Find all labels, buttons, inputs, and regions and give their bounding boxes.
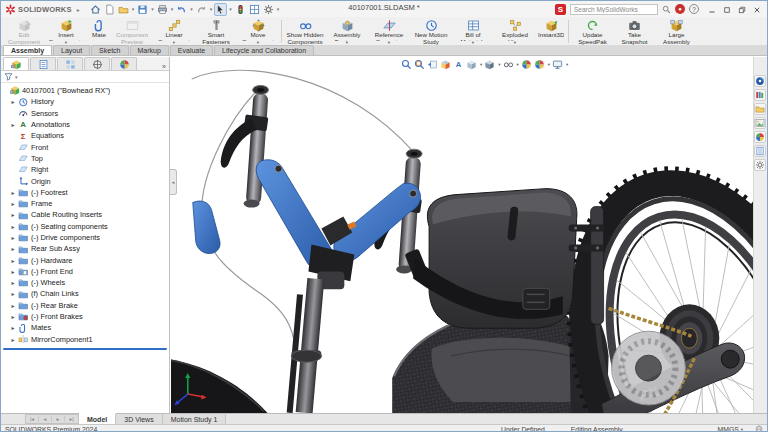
caret-icon[interactable]: ▾ xyxy=(566,62,568,67)
tree-item-f-chain-links[interactable]: ▸(f) Chain Links xyxy=(1,288,169,299)
file-explorer-icon[interactable] xyxy=(754,103,766,115)
tab-sketch[interactable]: Sketch xyxy=(91,45,128,55)
zoom-fit-icon[interactable] xyxy=(401,59,412,70)
caret-icon[interactable]: ▾ xyxy=(190,6,193,12)
detach-button[interactable] xyxy=(738,0,746,18)
tree-item-cable-routing-inserts[interactable]: ▸Cable Routing Inserts xyxy=(1,209,169,220)
tree-item-top[interactable]: Top xyxy=(1,153,169,164)
mate-button[interactable]: Mate xyxy=(87,18,111,45)
expand-arrow-icon[interactable]: ▸ xyxy=(9,336,17,343)
tree-item-mirrorcomponent1[interactable]: ▸MirrorComponent1 xyxy=(1,334,169,345)
expand-arrow-icon[interactable]: ▸ xyxy=(9,223,17,230)
search-icon[interactable] xyxy=(662,5,671,14)
expand-arrow-icon[interactable]: ▸ xyxy=(9,324,17,331)
options-gear-icon[interactable] xyxy=(262,3,275,16)
tree-item-front[interactable]: Front xyxy=(1,141,169,152)
brake-rotor[interactable] xyxy=(612,331,686,405)
zoom-area-icon[interactable] xyxy=(414,59,425,70)
caret-icon[interactable]: ▾ xyxy=(210,6,213,12)
user-account-icon[interactable]: ● xyxy=(675,4,685,14)
tab-assembly[interactable]: Assembly xyxy=(3,45,52,55)
shock-post[interactable] xyxy=(591,207,604,325)
expand-arrow-icon[interactable]: ▸ xyxy=(9,245,17,252)
view-palette-icon[interactable] xyxy=(754,117,766,129)
tree-item-history[interactable]: ▸History xyxy=(1,96,169,107)
print-icon[interactable] xyxy=(156,3,169,16)
view-settings-icon[interactable] xyxy=(552,59,563,70)
previous-view-icon[interactable] xyxy=(427,59,438,70)
filter-funnel-icon[interactable] xyxy=(4,72,13,81)
caret-icon[interactable]: ▾ xyxy=(151,6,154,12)
graphics-viewport[interactable]: A▾▾▾▾▾ xyxy=(171,57,755,413)
tab-scroll-control[interactable]: |◂◂▸▸| xyxy=(25,414,79,424)
tab-markup[interactable]: Markup xyxy=(130,45,169,55)
expand-arrow-icon[interactable]: ▸ xyxy=(9,121,17,128)
expand-arrow-icon[interactable]: ▸ xyxy=(9,189,17,196)
close-button[interactable] xyxy=(753,0,761,18)
linear-component-pattern-button[interactable]: Linear Component Pattern▾ xyxy=(153,18,195,45)
panel-flyout-arrow[interactable]: » xyxy=(162,63,169,70)
new-doc-icon[interactable] xyxy=(103,3,116,16)
brand-caret-icon[interactable]: ▸ xyxy=(77,6,80,13)
tree-item-front-brakes[interactable]: ▸(-) Front Brakes xyxy=(1,311,169,322)
tree-item-mates[interactable]: ▸Mates xyxy=(1,322,169,333)
model-canvas[interactable]: RX xyxy=(171,57,755,413)
undo-icon[interactable] xyxy=(175,3,188,16)
restore-button[interactable] xyxy=(723,0,731,18)
custom-properties-icon[interactable] xyxy=(754,145,766,157)
doc-tab-model[interactable]: Model xyxy=(79,413,116,424)
front-wheel-arc[interactable] xyxy=(171,358,268,413)
expand-arrow-icon[interactable]: ▸ xyxy=(9,200,17,207)
expand-arrow-icon[interactable]: ▸ xyxy=(9,98,17,105)
rebuild-icon[interactable] xyxy=(234,3,247,16)
caret-icon[interactable]: ▾ xyxy=(548,62,550,67)
new-motion-study-button[interactable]: New Motion Study xyxy=(410,18,452,45)
tree-item-annotations[interactable]: ▸AAnnotations xyxy=(1,119,169,130)
panel-tab-displaymanager[interactable] xyxy=(111,57,137,70)
reference-geometry-button[interactable]: Reference Geometry▾ xyxy=(368,18,410,45)
insert-components-button[interactable]: Insert Components▾ xyxy=(45,18,87,45)
tab-lifecycle-and-collaboration[interactable]: Lifecycle and Collaboration xyxy=(214,45,314,55)
smart-fasteners-button[interactable]: Smart Fasteners xyxy=(195,18,237,45)
view-orientation-icon[interactable] xyxy=(466,59,477,70)
expand-arrow-icon[interactable]: ▸ xyxy=(9,290,17,297)
expand-arrow-icon[interactable]: ▸ xyxy=(9,257,17,264)
expand-arrow-icon[interactable]: ▸ xyxy=(9,279,17,286)
tree-root-item[interactable]: 40107001 ("Bowhead RX") xyxy=(1,85,169,96)
tree-item-rear-sub-assy[interactable]: ▸Rear Sub Assy xyxy=(1,243,169,254)
appearances-icon[interactable] xyxy=(754,131,766,143)
open-doc-icon[interactable] xyxy=(117,3,130,16)
panel-tab-dimxpertmanager[interactable] xyxy=(84,57,110,70)
tree-item-hardware[interactable]: ▸(-) Hardware xyxy=(1,254,169,265)
expand-arrow-icon[interactable]: ▸ xyxy=(9,302,17,309)
caret-icon[interactable]: ▾ xyxy=(132,6,135,12)
steering-tube[interactable] xyxy=(287,278,325,413)
tree-item-origin[interactable]: Origin xyxy=(1,175,169,186)
doc-tab-3d-views[interactable]: 3D Views xyxy=(116,414,162,424)
expand-arrow-icon[interactable]: ▸ xyxy=(9,211,17,218)
tree-item-rear-brake[interactable]: ▸(-) Rear Brake xyxy=(1,300,169,311)
minimize-button[interactable] xyxy=(708,0,716,18)
redo-icon[interactable] xyxy=(195,3,208,16)
tree-item-frame[interactable]: ▸Frame xyxy=(1,198,169,209)
steering-arms[interactable] xyxy=(193,160,421,271)
search-input[interactable] xyxy=(570,4,658,15)
large-assembly-settings-button[interactable]: Large Assembly Settings xyxy=(655,18,697,45)
caret-icon[interactable]: ▾ xyxy=(480,62,482,67)
instant3d-button[interactable]: Instant3D xyxy=(536,18,566,45)
caret-icon[interactable]: ▾ xyxy=(498,62,500,67)
tab-layout[interactable]: Layout xyxy=(53,45,90,55)
exploded-view-button[interactable]: Exploded View▾ xyxy=(494,18,536,45)
design-library-icon[interactable] xyxy=(754,89,766,101)
panel-tab-propertymanager[interactable] xyxy=(30,57,56,70)
caret-icon[interactable]: ▾ xyxy=(171,6,174,12)
expand-arrow-icon[interactable]: ▸ xyxy=(9,234,17,241)
tree-item-equations[interactable]: ΣEquations xyxy=(1,130,169,141)
tree-item-drive-components[interactable]: ▸(-) Drive components xyxy=(1,232,169,243)
expand-arrow-icon[interactable]: ▸ xyxy=(9,268,17,275)
select-cursor-icon[interactable] xyxy=(214,3,227,16)
panel-tab-featuremanager-tree[interactable] xyxy=(3,57,29,70)
panel-tab-configurationmanager[interactable] xyxy=(57,57,83,70)
doc-tab-motion-study-1[interactable]: Motion Study 1 xyxy=(163,414,227,424)
caret-icon[interactable]: ▾ xyxy=(277,6,280,12)
